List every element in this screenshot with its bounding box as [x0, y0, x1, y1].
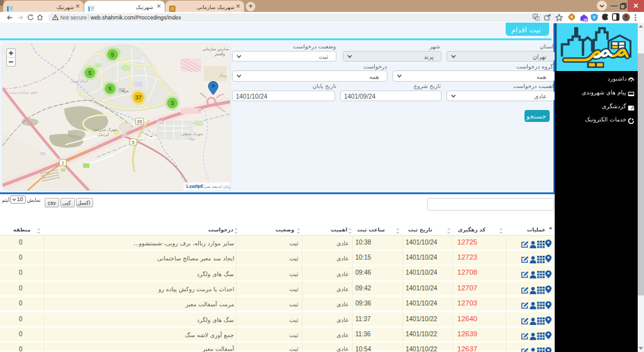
svg-text:5: 5	[111, 52, 114, 58]
svg-text:V: V	[592, 15, 596, 19]
svg-text:5: 5	[88, 70, 91, 76]
svg-text:3: 3	[170, 100, 174, 106]
svg-text:2: 2	[62, 161, 64, 165]
svg-text:37: 37	[135, 94, 142, 101]
svg-text:65: 65	[137, 119, 142, 124]
svg-text:5: 5	[132, 140, 135, 145]
svg-text:5: 5	[108, 85, 111, 92]
svg-text:23: 23	[584, 18, 587, 21]
